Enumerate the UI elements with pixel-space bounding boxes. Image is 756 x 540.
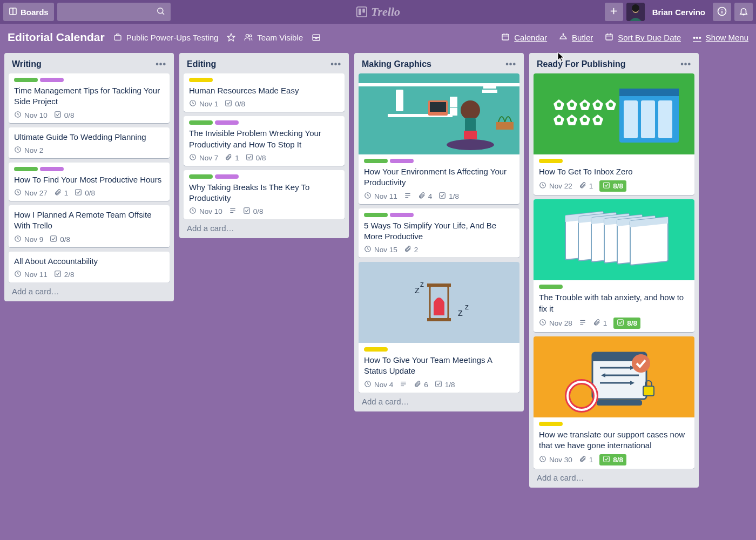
team-visibility[interactable]: Team Visible [244,33,303,42]
add-card-button[interactable]: Add a card… [534,469,694,483]
boards-icon [9,7,17,17]
card[interactable]: Ultimate Guide To Wedding PlanningNov 2 [9,127,170,158]
board-canvas[interactable]: Writing•••Time Management Tips for Tackl… [0,51,756,540]
list-menu-button[interactable]: ••• [330,59,341,69]
attachments-badge: 1 [579,455,593,464]
label-green[interactable] [539,285,563,289]
drawer-icon-item[interactable] [312,33,321,42]
boards-button[interactable]: Boards [3,3,54,21]
card[interactable]: 5 Ways To Simplify Your Life, And Be Mor… [359,208,519,258]
card[interactable]: Human Resources Made EasyNov 10/8 [184,73,345,112]
star-icon [227,33,235,42]
powerups-testing[interactable]: Public Power-Ups Testing [113,33,219,42]
card-cover [359,73,519,154]
checklist-icon [246,153,253,163]
card[interactable]: All About AccountabilityNov 112/8 [9,252,170,282]
label-yellow[interactable] [539,159,563,163]
label-purple[interactable] [215,120,239,125]
card[interactable]: The Invisible Problem Wrecking Your Prod… [184,116,345,166]
svg-point-99 [596,103,600,107]
label-green[interactable] [364,159,388,163]
list-title[interactable]: Editing [187,59,216,69]
card[interactable]: How Your Environment Is Affecting Your P… [359,73,519,204]
avatar[interactable] [626,3,645,21]
add-card-button[interactable]: Add a card… [184,219,345,234]
list-title[interactable]: Making Graphics [362,59,431,69]
create-button[interactable] [605,3,623,21]
svg-rect-57 [450,108,457,116]
show-menu-link[interactable]: ••• Show Menu [693,33,748,42]
list-title[interactable]: Writing [12,59,42,69]
list-menu-button[interactable]: ••• [156,59,166,69]
search-icon [156,6,165,18]
label-purple[interactable] [40,167,64,171]
card[interactable]: How To Get To Inbox ZeroNov 2218/8 [534,73,694,195]
svg-rect-29 [606,34,612,40]
checklist-badge: 0/8 [50,235,70,244]
label-green[interactable] [14,167,38,171]
svg-rect-34 [55,111,61,117]
label-green[interactable] [189,120,213,125]
attachment-icon [579,181,586,191]
sort-due-label: Sort By Due Date [618,33,681,42]
due-badge: Nov 27 [14,188,48,198]
svg-point-62 [447,139,494,150]
butler-link[interactable]: Butler [559,32,593,43]
attachments-badge: 6 [414,380,428,389]
butler-icon [559,32,568,43]
svg-rect-61 [464,131,477,139]
label-green[interactable] [364,213,388,217]
card[interactable]: Time Management Tips for Tackling Your S… [9,73,170,123]
add-card-button[interactable]: Add a card… [359,393,519,407]
card-cover [534,73,694,154]
username[interactable]: Brian Cervino [648,8,710,17]
card[interactable]: Why Taking Breaks Is The Key To Producti… [184,170,345,220]
card[interactable]: The Trouble with tab anxiety, and how to… [534,199,694,332]
card[interactable]: zzzzHow To Give Your Team Meetings A Sta… [359,262,519,393]
clock-icon [189,153,197,163]
label-green[interactable] [14,78,38,82]
due-badge: Nov 1 [189,99,218,109]
calendar-link[interactable]: Calendar [501,32,547,43]
app-logo[interactable]: Trello [356,5,400,19]
due-badge: Nov 22 [539,181,572,191]
description-icon [400,380,407,389]
sort-due-link[interactable]: Sort By Due Date [605,32,681,43]
briefcase-icon [113,33,122,42]
label-yellow[interactable] [364,347,388,352]
label-purple[interactable] [390,159,414,163]
card-title: Human Resources Made Easy [189,85,339,96]
card[interactable]: How To Find Your Most Productive HoursNo… [9,163,170,201]
svg-rect-22 [502,34,509,40]
clock-icon [14,270,22,279]
card-title: The Trouble with tab anxiety, and how to… [539,292,689,314]
svg-rect-64 [482,90,497,93]
list-menu-button[interactable]: ••• [505,59,516,69]
label-purple[interactable] [40,78,64,82]
list-menu-button[interactable]: ••• [680,59,691,69]
search-input[interactable] [57,3,171,21]
label-yellow[interactable] [189,78,213,82]
notifications-button[interactable] [734,3,753,21]
label-green[interactable] [189,174,213,179]
add-card-button[interactable]: Add a card… [9,282,170,297]
checklist-badge: 0/8 [243,207,264,216]
board-header: Editorial Calendar Public Power-Ups Test… [0,24,756,51]
label-yellow[interactable] [539,422,563,426]
card-labels [364,159,514,163]
card[interactable]: How I Planned A Remote Team Offsite With… [9,205,170,247]
card-labels [539,422,689,426]
board-title[interactable]: Editorial Calendar [8,31,105,44]
label-purple[interactable] [390,213,414,217]
label-purple[interactable] [215,174,239,179]
card[interactable]: How we translate our support cases now t… [534,336,694,469]
card-title: How Your Environment Is Affecting Your P… [364,166,514,188]
svg-point-2 [158,8,163,13]
list-title[interactable]: Ready For Publishing [537,59,625,69]
svg-point-97 [583,103,587,107]
star-board[interactable] [227,33,235,42]
card-labels [539,285,689,289]
card-title: How I Planned A Remote Team Offsite With… [14,210,164,232]
clock-icon [14,188,22,198]
info-button[interactable] [713,3,731,21]
